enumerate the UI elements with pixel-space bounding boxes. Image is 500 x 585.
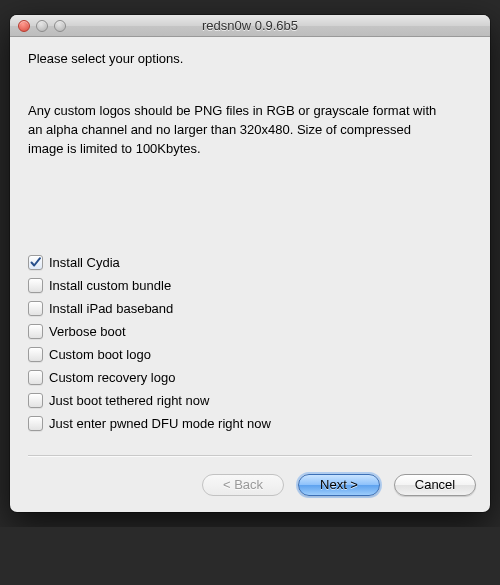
- option-install-custom-bundle[interactable]: Install custom bundle: [28, 278, 472, 293]
- option-label: Install Cydia: [49, 255, 120, 270]
- options-list: Install Cydia Install custom bundle Inst…: [28, 255, 472, 431]
- option-label: Verbose boot: [49, 324, 126, 339]
- minimize-icon[interactable]: [36, 20, 48, 32]
- checkbox[interactable]: [28, 301, 43, 316]
- window-title: redsn0w 0.9.6b5: [10, 18, 490, 33]
- option-install-cydia[interactable]: Install Cydia: [28, 255, 472, 270]
- cancel-button[interactable]: Cancel: [394, 474, 476, 496]
- option-label: Install custom bundle: [49, 278, 171, 293]
- titlebar[interactable]: redsn0w 0.9.6b5: [10, 15, 490, 37]
- page-heading: Please select your options.: [28, 51, 472, 66]
- checkbox[interactable]: [28, 278, 43, 293]
- option-label: Install iPad baseband: [49, 301, 173, 316]
- option-verbose-boot[interactable]: Verbose boot: [28, 324, 472, 339]
- option-label: Custom boot logo: [49, 347, 151, 362]
- zoom-icon[interactable]: [54, 20, 66, 32]
- checkbox[interactable]: [28, 370, 43, 385]
- checkbox[interactable]: [28, 324, 43, 339]
- next-button[interactable]: Next >: [298, 474, 380, 496]
- option-custom-boot-logo[interactable]: Custom boot logo: [28, 347, 472, 362]
- option-just-boot-tethered[interactable]: Just boot tethered right now: [28, 393, 472, 408]
- button-row: < Back Next > Cancel: [10, 470, 490, 512]
- separator: [28, 455, 472, 456]
- back-button: < Back: [202, 474, 284, 496]
- option-label: Just enter pwned DFU mode right now: [49, 416, 271, 431]
- checkbox[interactable]: [28, 393, 43, 408]
- checkbox[interactable]: [28, 416, 43, 431]
- app-window: redsn0w 0.9.6b5 Please select your optio…: [10, 15, 490, 512]
- checkbox[interactable]: [28, 347, 43, 362]
- option-install-ipad-baseband[interactable]: Install iPad baseband: [28, 301, 472, 316]
- option-custom-recovery-logo[interactable]: Custom recovery logo: [28, 370, 472, 385]
- info-note: Any custom logos should be PNG files in …: [28, 102, 448, 159]
- option-label: Just boot tethered right now: [49, 393, 209, 408]
- option-just-enter-pwned-dfu[interactable]: Just enter pwned DFU mode right now: [28, 416, 472, 431]
- traffic-lights: [18, 20, 66, 32]
- option-label: Custom recovery logo: [49, 370, 175, 385]
- close-icon[interactable]: [18, 20, 30, 32]
- content-area: Please select your options. Any custom l…: [10, 37, 490, 470]
- checkbox[interactable]: [28, 255, 43, 270]
